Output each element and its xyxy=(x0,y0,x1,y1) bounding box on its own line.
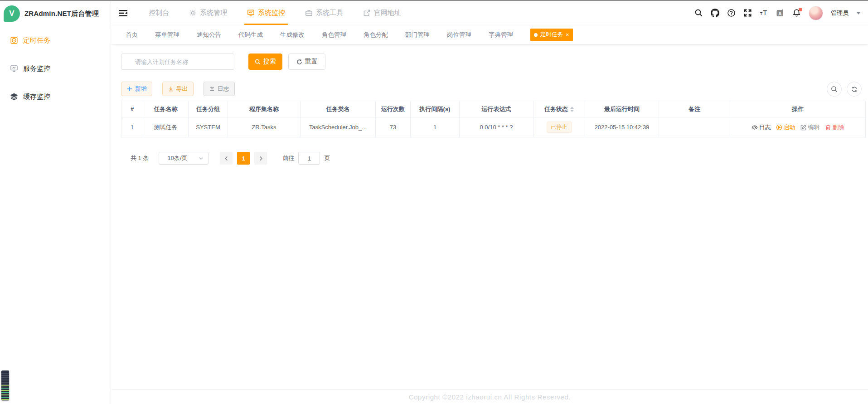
cell-cron: 0 0/10 * * * ? xyxy=(460,117,533,137)
cell-last-run: 2022-05-15 10:42:39 xyxy=(585,117,659,137)
chevron-down-icon[interactable] xyxy=(856,12,861,15)
goto-label: 前往 xyxy=(282,154,294,162)
nav-item-system-tools[interactable]: 系统工具 xyxy=(305,1,343,25)
next-page-button[interactable] xyxy=(254,152,267,165)
tab-home[interactable]: 首页 xyxy=(126,31,138,39)
app-title: ZRAdmin.NET后台管理 xyxy=(24,10,99,18)
tab-dict-management[interactable]: 字典管理 xyxy=(489,31,513,39)
export-button[interactable]: 导出 xyxy=(162,82,194,96)
fullscreen-icon[interactable] xyxy=(743,9,752,17)
tab-code-gen[interactable]: 代码生成 xyxy=(238,31,263,39)
avatar[interactable] xyxy=(809,6,823,20)
prev-page-button[interactable] xyxy=(220,152,233,165)
main-content: 搜索 重置 新增 导出 日志 # xyxy=(112,44,868,389)
sidebar-item-label: 服务监控 xyxy=(23,64,50,73)
nav-item-label: 控制台 xyxy=(149,9,169,17)
gear-icon xyxy=(189,9,197,17)
sidebar-item-cache-monitor[interactable]: 缓存监控 xyxy=(0,83,111,111)
list-icon xyxy=(209,86,215,92)
current-page-button[interactable]: 1 xyxy=(237,152,250,165)
pagination: 共 1 条 10条/页 1 前往 页 xyxy=(131,152,865,165)
tab-role-management[interactable]: 角色管理 xyxy=(322,31,346,39)
cell-interval: 1 xyxy=(411,117,460,137)
nav-item-system-management[interactable]: 系统管理 xyxy=(189,1,227,25)
status-badge: 已停止 xyxy=(547,122,572,133)
copyright-text: Copyright ©2022 izhaorui.cn All Rights R… xyxy=(409,393,571,401)
refresh-icon xyxy=(296,59,302,65)
show-search-button[interactable] xyxy=(827,82,842,97)
add-button[interactable]: 新增 xyxy=(121,82,152,96)
help-icon[interactable] xyxy=(727,9,736,17)
cache-icon xyxy=(10,92,18,101)
row-delete-button[interactable]: 删除 xyxy=(825,123,844,131)
monitor-icon xyxy=(247,9,255,17)
page-size-select[interactable]: 10条/页 xyxy=(159,152,209,165)
page-suffix-label: 页 xyxy=(324,154,330,162)
github-icon[interactable] xyxy=(711,9,719,17)
row-actions: 日志 启动 编辑 删除 xyxy=(752,123,844,131)
goto-page-input[interactable] xyxy=(298,152,320,165)
nav-item-official-site[interactable]: 官网地址 xyxy=(363,1,401,25)
tab-menu-management[interactable]: 菜单管理 xyxy=(155,31,179,39)
page-size-value: 10条/页 xyxy=(167,154,187,162)
app-logo: V xyxy=(4,5,20,22)
sort-caret-icon[interactable] xyxy=(570,107,574,112)
nav-item-console[interactable]: 控制台 xyxy=(149,1,169,25)
refresh-icon xyxy=(851,86,858,92)
tab-dept-management[interactable]: 部门管理 xyxy=(405,31,430,39)
col-status-label: 任务状态 xyxy=(544,105,568,113)
search-icon[interactable] xyxy=(694,9,703,17)
active-dot-icon xyxy=(534,33,538,37)
table-row[interactable]: 1 测试任务 SYSTEM ZR.Tasks TaskScheduler.Job… xyxy=(121,117,865,137)
search-button[interactable]: 搜索 xyxy=(248,54,282,70)
task-name-input[interactable] xyxy=(121,54,234,70)
sidebar-item-service-monitor[interactable]: 服务监控 xyxy=(0,54,111,83)
col-status-sortable[interactable]: 任务状态 xyxy=(533,101,585,117)
cell-task-name: 测试任务 xyxy=(143,117,189,137)
nav-item-label: 系统监控 xyxy=(258,9,285,17)
svg-text:T: T xyxy=(760,11,763,16)
sidebar-item-scheduled-tasks[interactable]: 定时任务 xyxy=(0,26,111,54)
mini-monitor-widget[interactable] xyxy=(1,370,9,400)
font-size-icon[interactable]: T T xyxy=(760,9,768,17)
tab-post-management[interactable]: 岗位管理 xyxy=(447,31,471,39)
cell-index: 1 xyxy=(121,117,143,137)
tab-notice[interactable]: 通知公告 xyxy=(197,31,221,39)
reset-button[interactable]: 重置 xyxy=(288,54,325,70)
col-index: # xyxy=(121,101,143,117)
cell-actions: 日志 启动 编辑 删除 xyxy=(730,117,865,137)
refresh-table-button[interactable] xyxy=(847,82,862,97)
cell-status: 已停止 xyxy=(533,117,585,137)
cell-assembly: ZR.Tasks xyxy=(228,117,301,137)
row-log-label: 日志 xyxy=(759,123,771,131)
row-edit-button[interactable]: 编辑 xyxy=(800,123,820,131)
search-icon xyxy=(255,59,261,65)
nav-item-system-monitor[interactable]: 系统监控 xyxy=(247,1,285,25)
sidebar-item-label: 定时任务 xyxy=(23,36,50,45)
active-tab-label: 定时任务 xyxy=(540,31,563,39)
col-task-class: 任务类名 xyxy=(301,101,376,117)
row-start-button[interactable]: 启动 xyxy=(776,123,795,131)
col-actions: 操作 xyxy=(730,101,865,117)
trash-icon xyxy=(825,124,831,131)
tab-gen-edit[interactable]: 生成修改 xyxy=(280,31,305,39)
tab-scheduled-tasks-active[interactable]: 定时任务 × xyxy=(530,29,573,41)
search-button-label: 搜索 xyxy=(263,58,276,66)
notification-badge xyxy=(799,8,802,11)
translate-icon[interactable]: A xyxy=(776,9,785,17)
play-icon xyxy=(776,124,782,131)
collapse-sidebar-icon[interactable] xyxy=(118,8,128,18)
log-button[interactable]: 日志 xyxy=(204,82,235,96)
row-log-button[interactable]: 日志 xyxy=(752,123,771,131)
close-icon[interactable]: × xyxy=(566,32,569,38)
external-link-icon xyxy=(363,9,371,17)
nav-item-label: 官网地址 xyxy=(374,9,401,17)
tab-role-assign[interactable]: 角色分配 xyxy=(364,31,388,39)
action-row: 新增 导出 日志 xyxy=(121,82,865,96)
col-task-name: 任务名称 xyxy=(143,101,189,117)
plus-icon xyxy=(127,86,132,92)
nav-item-label: 系统工具 xyxy=(316,9,343,17)
notifications-button[interactable] xyxy=(792,9,801,17)
user-name[interactable]: 管理员 xyxy=(831,9,849,17)
download-icon xyxy=(168,86,174,92)
